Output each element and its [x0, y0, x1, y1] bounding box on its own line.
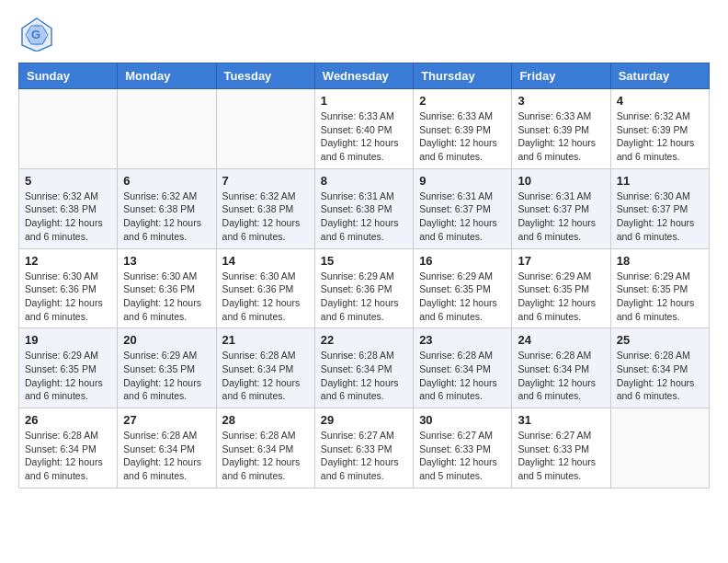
day-info: Sunrise: 6:32 AMSunset: 6:38 PMDaylight:…	[123, 190, 210, 244]
col-header-sunday: Sunday	[19, 63, 118, 89]
page-header: G	[18, 17, 710, 52]
calendar-day-1: 1Sunrise: 6:33 AMSunset: 6:40 PMDaylight…	[314, 89, 413, 169]
calendar-day-5: 5Sunrise: 6:32 AMSunset: 6:38 PMDaylight…	[19, 168, 118, 248]
day-info: Sunrise: 6:31 AMSunset: 6:38 PMDaylight:…	[321, 190, 407, 244]
day-info: Sunrise: 6:28 AMSunset: 6:34 PMDaylight:…	[123, 429, 210, 483]
day-number: 23	[419, 333, 506, 347]
day-number: 26	[25, 413, 111, 427]
calendar-day-25: 25Sunrise: 6:28 AMSunset: 6:34 PMDayligh…	[610, 328, 709, 408]
day-info: Sunrise: 6:28 AMSunset: 6:34 PMDaylight:…	[518, 349, 604, 403]
day-number: 6	[123, 174, 210, 188]
day-number: 5	[25, 174, 111, 188]
day-number: 10	[518, 174, 604, 188]
day-number: 2	[419, 94, 506, 108]
calendar-day-12: 12Sunrise: 6:30 AMSunset: 6:36 PMDayligh…	[19, 248, 118, 328]
day-number: 29	[321, 413, 407, 427]
day-number: 13	[123, 254, 210, 268]
day-number: 21	[222, 333, 309, 347]
day-info: Sunrise: 6:32 AMSunset: 6:39 PMDaylight:…	[617, 109, 703, 164]
day-number: 1	[321, 94, 407, 108]
day-number: 7	[222, 174, 309, 188]
day-number: 18	[617, 254, 703, 268]
day-number: 8	[321, 174, 407, 188]
col-header-monday: Monday	[118, 63, 216, 89]
day-info: Sunrise: 6:32 AMSunset: 6:38 PMDaylight:…	[222, 190, 309, 244]
calendar-day-30: 30Sunrise: 6:27 AMSunset: 6:33 PMDayligh…	[414, 408, 512, 488]
col-header-wednesday: Wednesday	[314, 63, 413, 89]
day-info: Sunrise: 6:33 AMSunset: 6:39 PMDaylight:…	[419, 109, 506, 164]
day-info: Sunrise: 6:27 AMSunset: 6:33 PMDaylight:…	[419, 429, 506, 483]
calendar-day-11: 11Sunrise: 6:30 AMSunset: 6:37 PMDayligh…	[610, 168, 709, 248]
day-info: Sunrise: 6:29 AMSunset: 6:35 PMDaylight:…	[518, 270, 604, 324]
calendar-day-29: 29Sunrise: 6:27 AMSunset: 6:33 PMDayligh…	[314, 408, 413, 488]
day-number: 12	[25, 254, 111, 268]
day-info: Sunrise: 6:27 AMSunset: 6:33 PMDaylight:…	[321, 429, 407, 483]
col-header-tuesday: Tuesday	[216, 63, 314, 89]
day-info: Sunrise: 6:28 AMSunset: 6:34 PMDaylight:…	[321, 349, 407, 403]
day-info: Sunrise: 6:29 AMSunset: 6:35 PMDaylight:…	[25, 349, 111, 403]
day-info: Sunrise: 6:29 AMSunset: 6:36 PMDaylight:…	[321, 270, 407, 324]
empty-cell	[118, 89, 216, 169]
day-number: 15	[321, 254, 407, 268]
calendar-table: SundayMondayTuesdayWednesdayThursdayFrid…	[18, 63, 710, 488]
calendar-day-8: 8Sunrise: 6:31 AMSunset: 6:38 PMDaylight…	[314, 168, 413, 248]
day-number: 22	[321, 333, 407, 347]
day-info: Sunrise: 6:33 AMSunset: 6:40 PMDaylight:…	[321, 109, 407, 164]
col-header-friday: Friday	[512, 63, 610, 89]
col-header-thursday: Thursday	[414, 63, 512, 89]
calendar-header-row: SundayMondayTuesdayWednesdayThursdayFrid…	[19, 63, 710, 89]
calendar-day-16: 16Sunrise: 6:29 AMSunset: 6:35 PMDayligh…	[414, 248, 512, 328]
calendar-day-2: 2Sunrise: 6:33 AMSunset: 6:39 PMDaylight…	[414, 89, 512, 169]
day-info: Sunrise: 6:27 AMSunset: 6:33 PMDaylight:…	[518, 429, 604, 483]
logo-icon: G	[18, 17, 53, 52]
calendar-day-24: 24Sunrise: 6:28 AMSunset: 6:34 PMDayligh…	[512, 328, 610, 408]
calendar-day-20: 20Sunrise: 6:29 AMSunset: 6:35 PMDayligh…	[118, 328, 216, 408]
calendar-day-10: 10Sunrise: 6:31 AMSunset: 6:37 PMDayligh…	[512, 168, 610, 248]
calendar-week-row: 1Sunrise: 6:33 AMSunset: 6:40 PMDaylight…	[19, 89, 710, 169]
empty-cell	[216, 89, 314, 169]
day-info: Sunrise: 6:31 AMSunset: 6:37 PMDaylight:…	[518, 190, 604, 244]
day-number: 17	[518, 254, 604, 268]
day-info: Sunrise: 6:30 AMSunset: 6:36 PMDaylight:…	[222, 270, 309, 324]
day-number: 9	[419, 174, 506, 188]
day-info: Sunrise: 6:29 AMSunset: 6:35 PMDaylight:…	[123, 349, 210, 403]
calendar-page: G SundayMondayTuesdayWednesdayThursdayFr…	[0, 0, 728, 563]
empty-cell	[610, 408, 709, 488]
calendar-day-19: 19Sunrise: 6:29 AMSunset: 6:35 PMDayligh…	[19, 328, 118, 408]
calendar-day-4: 4Sunrise: 6:32 AMSunset: 6:39 PMDaylight…	[610, 89, 709, 169]
day-number: 19	[25, 333, 111, 347]
calendar-week-row: 5Sunrise: 6:32 AMSunset: 6:38 PMDaylight…	[19, 168, 710, 248]
day-info: Sunrise: 6:31 AMSunset: 6:37 PMDaylight:…	[419, 190, 506, 244]
calendar-day-17: 17Sunrise: 6:29 AMSunset: 6:35 PMDayligh…	[512, 248, 610, 328]
calendar-day-31: 31Sunrise: 6:27 AMSunset: 6:33 PMDayligh…	[512, 408, 610, 488]
day-info: Sunrise: 6:28 AMSunset: 6:34 PMDaylight:…	[617, 349, 703, 403]
day-number: 11	[617, 174, 703, 188]
calendar-day-22: 22Sunrise: 6:28 AMSunset: 6:34 PMDayligh…	[314, 328, 413, 408]
day-number: 27	[123, 413, 210, 427]
day-info: Sunrise: 6:30 AMSunset: 6:37 PMDaylight:…	[617, 190, 703, 244]
calendar-day-7: 7Sunrise: 6:32 AMSunset: 6:38 PMDaylight…	[216, 168, 314, 248]
empty-cell	[19, 89, 118, 169]
day-info: Sunrise: 6:28 AMSunset: 6:34 PMDaylight:…	[25, 429, 111, 483]
calendar-week-row: 12Sunrise: 6:30 AMSunset: 6:36 PMDayligh…	[19, 248, 710, 328]
day-number: 3	[518, 94, 604, 108]
svg-text:G: G	[31, 28, 40, 41]
col-header-saturday: Saturday	[610, 63, 709, 89]
day-number: 20	[123, 333, 210, 347]
day-number: 16	[419, 254, 506, 268]
calendar-day-14: 14Sunrise: 6:30 AMSunset: 6:36 PMDayligh…	[216, 248, 314, 328]
calendar-day-28: 28Sunrise: 6:28 AMSunset: 6:34 PMDayligh…	[216, 408, 314, 488]
calendar-day-27: 27Sunrise: 6:28 AMSunset: 6:34 PMDayligh…	[118, 408, 216, 488]
day-number: 24	[518, 333, 604, 347]
calendar-day-26: 26Sunrise: 6:28 AMSunset: 6:34 PMDayligh…	[19, 408, 118, 488]
day-info: Sunrise: 6:33 AMSunset: 6:39 PMDaylight:…	[518, 109, 604, 164]
day-number: 25	[617, 333, 703, 347]
calendar-day-15: 15Sunrise: 6:29 AMSunset: 6:36 PMDayligh…	[314, 248, 413, 328]
day-info: Sunrise: 6:32 AMSunset: 6:38 PMDaylight:…	[25, 190, 111, 244]
day-info: Sunrise: 6:28 AMSunset: 6:34 PMDaylight:…	[419, 349, 506, 403]
calendar-week-row: 26Sunrise: 6:28 AMSunset: 6:34 PMDayligh…	[19, 408, 710, 488]
calendar-day-21: 21Sunrise: 6:28 AMSunset: 6:34 PMDayligh…	[216, 328, 314, 408]
logo: G	[18, 17, 57, 52]
day-info: Sunrise: 6:28 AMSunset: 6:34 PMDaylight:…	[222, 349, 309, 403]
calendar-week-row: 19Sunrise: 6:29 AMSunset: 6:35 PMDayligh…	[19, 328, 710, 408]
